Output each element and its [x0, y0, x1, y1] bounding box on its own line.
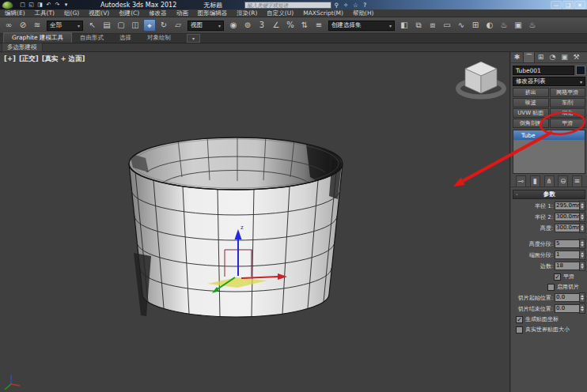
redo-icon[interactable]: ↷	[53, 1, 62, 9]
meshsmooth-button[interactable]: 网格平滑	[550, 88, 586, 97]
uvw-map-button[interactable]: UVW 贴图	[513, 108, 549, 118]
infocenter-search-input[interactable]	[244, 2, 331, 9]
selection-region-icon[interactable]: ▢	[115, 19, 127, 32]
radius1-spinner[interactable]	[579, 201, 585, 211]
menu-group[interactable]: 组(G)	[59, 9, 84, 17]
menu-maxscript[interactable]: MAXScript(M)	[298, 9, 348, 17]
smooth-checkbox[interactable]: ✓	[554, 273, 561, 281]
motion-tab-icon[interactable]: ◔	[547, 52, 559, 62]
unlink-selection-icon[interactable]: ⊘	[17, 19, 29, 32]
menu-edit[interactable]: 编辑(E)	[0, 9, 30, 17]
slice-to-spinner[interactable]	[579, 303, 585, 314]
menu-views[interactable]: 视图(V)	[84, 9, 114, 17]
generate-mapping-checkbox[interactable]: ✓	[516, 316, 523, 323]
render-setup-icon[interactable]: ♨	[498, 19, 510, 32]
menu-rendering[interactable]: 渲染(R)	[232, 9, 262, 17]
sides-spinner[interactable]	[579, 261, 585, 271]
minimize-button[interactable]: —	[551, 1, 562, 9]
radius2-spinner[interactable]	[579, 212, 585, 222]
slice-from-field[interactable]: 0.0	[555, 293, 579, 302]
object-name-field[interactable]: Tube001	[513, 66, 574, 75]
subscription-center-icon[interactable]: ✧	[341, 2, 350, 9]
select-and-link-icon[interactable]: ∞	[2, 19, 15, 32]
percent-snap-icon[interactable]: %	[284, 19, 297, 32]
viewport-view-label[interactable]: [正交]	[19, 55, 39, 64]
schematic-view-icon[interactable]: ⊞	[469, 19, 482, 32]
tube-object[interactable]	[129, 134, 343, 317]
lathe-button[interactable]: 车削	[550, 98, 586, 107]
ribbon-toggle-icon[interactable]: ▭	[441, 19, 453, 32]
window-crossing-icon[interactable]: ◫	[129, 19, 142, 32]
menu-modifiers[interactable]: 修改器	[144, 9, 172, 17]
use-pivot-center-icon[interactable]: ◉	[227, 19, 240, 32]
height-segments-spinner[interactable]	[579, 239, 585, 249]
radius2-field[interactable]: 300.0mm	[555, 213, 579, 221]
tab-freeform[interactable]: 自由形式	[72, 33, 112, 43]
menu-tools[interactable]: 工具(T)	[30, 9, 59, 17]
extrude-button[interactable]: 挤出	[513, 88, 549, 97]
modifier-list-dropdown[interactable]: 修改器列表 ▾	[513, 77, 585, 86]
menu-create[interactable]: 创建(C)	[114, 9, 144, 17]
application-button[interactable]	[2, 1, 13, 9]
tab-graphite-modeling[interactable]: Graphite 建模工具	[3, 32, 72, 43]
radius1-field[interactable]: 295.0mm	[555, 202, 579, 210]
edit-named-sets-icon[interactable]: ≡	[312, 19, 325, 32]
display-tab-icon[interactable]: ▣	[559, 52, 570, 62]
height-segments-field[interactable]: 5	[555, 239, 579, 248]
noise-button[interactable]: 噪波	[513, 98, 549, 107]
height-field[interactable]: 300.0mm	[555, 224, 579, 232]
utilities-tab-icon[interactable]: ⚒	[570, 52, 582, 62]
tessellate-button[interactable]: 细化	[550, 108, 586, 118]
align-icon[interactable]: ⧉	[412, 19, 425, 32]
real-world-checkbox[interactable]	[516, 326, 523, 334]
pin-stack-icon[interactable]: ⊸	[516, 175, 526, 187]
bevel-profile-button[interactable]: 倒角剖面	[513, 119, 549, 128]
slice-from-spinner[interactable]	[579, 292, 585, 303]
parameters-rollout-header[interactable]: - 参数	[513, 190, 585, 199]
spinner-snap-icon[interactable]: ⇅	[298, 19, 311, 32]
sides-field[interactable]: 18	[555, 262, 579, 270]
modify-tab-icon[interactable]: ⌒	[523, 51, 535, 63]
menu-customize[interactable]: 自定义(U)	[262, 9, 298, 17]
save-file-icon[interactable]: ◨	[36, 1, 44, 9]
viewport[interactable]: [+] [正交] [真实 + 边面]	[0, 52, 510, 392]
select-object-icon[interactable]: ↖	[86, 19, 99, 32]
select-by-name-icon[interactable]: ▤	[100, 19, 113, 32]
cap-segments-field[interactable]: 1	[555, 251, 579, 259]
slice-to-field[interactable]: 0.0	[555, 304, 579, 313]
stack-item-tube[interactable]: Tube	[513, 130, 585, 140]
tab-object-paint[interactable]: 对象绘制	[139, 33, 179, 43]
render-icon[interactable]: ♨	[526, 19, 539, 32]
select-and-move-icon[interactable]: ⌖	[143, 19, 156, 32]
modifier-stack[interactable]: Tube	[513, 130, 585, 174]
menu-graph-editors[interactable]: 图形编辑器	[193, 9, 233, 17]
remove-modifier-icon[interactable]: ⊖	[558, 175, 568, 187]
select-and-rotate-icon[interactable]: ↻	[157, 19, 170, 32]
maximize-button[interactable]: ❏	[562, 1, 574, 9]
tab-selection[interactable]: 选择	[112, 33, 139, 43]
configure-modifier-sets-icon[interactable]: ≡	[572, 175, 582, 187]
open-file-icon[interactable]: ◱	[27, 1, 36, 9]
new-scene-icon[interactable]: □	[18, 1, 27, 9]
menu-animation[interactable]: 动画	[172, 9, 193, 17]
smooth-button[interactable]: 平滑	[550, 119, 586, 128]
rendered-frame-window-icon[interactable]: ▣	[512, 19, 525, 32]
qat-dropdown-icon[interactable]: ▾	[62, 1, 70, 9]
mirror-icon[interactable]: ◧	[398, 19, 411, 32]
height-spinner[interactable]	[579, 223, 585, 233]
material-editor-icon[interactable]: ◐	[483, 19, 496, 32]
named-selection-sets-dropdown[interactable]: 创建选择集 ▾	[328, 21, 395, 31]
object-color-swatch[interactable]	[576, 66, 585, 75]
select-and-manipulate-icon[interactable]: ⊚	[241, 19, 254, 32]
panel-polygon-modeling[interactable]: 多边形建模	[2, 43, 43, 52]
viewport-menu-plus[interactable]: [+]	[4, 55, 16, 64]
hierarchy-tab-icon[interactable]: ⊞	[535, 52, 547, 62]
show-end-result-icon[interactable]: ▮	[530, 175, 540, 187]
undo-icon[interactable]: ↶	[44, 1, 53, 9]
close-button[interactable]: ✕	[574, 1, 585, 9]
layer-manager-icon[interactable]: ⧈	[426, 19, 439, 32]
viewport-shading-label[interactable]: [真实 + 边面]	[42, 55, 85, 64]
search-icon[interactable]: ⚲	[331, 2, 341, 9]
make-unique-icon[interactable]: ⋔	[544, 175, 555, 187]
cap-segments-spinner[interactable]	[579, 250, 585, 260]
